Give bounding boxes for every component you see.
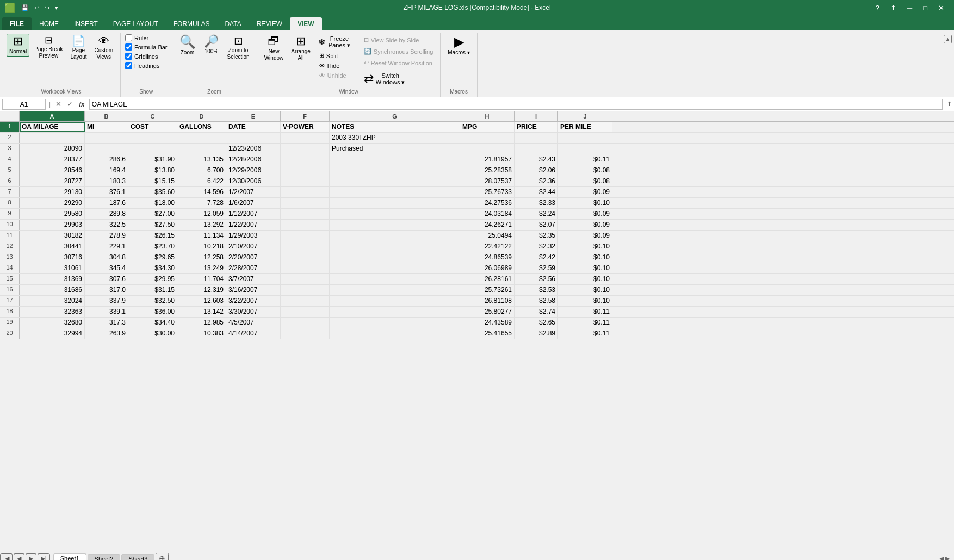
col-header-f[interactable]: F [281,111,330,121]
table-cell[interactable]: 13.249 [177,263,226,273]
page-layout-view-button[interactable]: 📄 PageLayout [68,34,90,62]
macros-button[interactable]: ▶ Macros ▾ [445,34,473,58]
table-cell[interactable]: 1/29/2003 [226,231,281,241]
table-cell[interactable]: 278.9 [85,231,128,241]
table-cell[interactable] [330,187,460,197]
table-cell[interactable]: $0.10 [558,241,612,252]
maximize-button[interactable]: □ [918,2,933,14]
table-cell[interactable]: 29130 [20,187,85,197]
table-cell[interactable]: 317.0 [85,285,128,295]
table-cell[interactable]: $0.11 [558,318,612,328]
row-number[interactable]: 9 [0,209,20,219]
table-cell[interactable]: $30.00 [128,328,177,339]
table-cell[interactable]: 31369 [20,274,85,284]
row-number[interactable]: 13 [0,252,20,263]
table-cell[interactable]: $0.09 [558,209,612,219]
table-cell[interactable]: 322.5 [85,220,128,230]
gridlines-checkbox[interactable]: Gridlines [125,52,168,60]
row-number[interactable]: 5 [0,165,20,176]
cancel-formula-button[interactable]: ✕ [54,100,63,108]
table-cell[interactable]: 12.319 [177,285,226,295]
col-header-d[interactable]: D [177,111,226,121]
table-cell[interactable]: 26.81108 [460,296,515,306]
table-cell[interactable]: 1/6/2007 [226,198,281,208]
normal-view-button[interactable]: ⊞ Normal [7,34,29,57]
table-cell[interactable]: $0.08 [558,176,612,186]
table-cell[interactable] [330,328,460,339]
unhide-button[interactable]: 👁 Unhide [317,71,358,80]
table-cell[interactable]: 24.86539 [460,252,515,263]
ruler-checkbox[interactable]: Ruler [125,34,168,42]
headings-input[interactable] [125,62,132,69]
table-cell[interactable]: 31686 [20,285,85,295]
table-cell[interactable]: $36.00 [128,307,177,317]
table-cell[interactable]: 25.0494 [460,231,515,241]
table-cell[interactable] [281,263,330,273]
table-cell[interactable]: 32680 [20,318,85,328]
table-cell[interactable]: COST [128,122,177,132]
redo-button[interactable]: ↪ [43,3,51,13]
zoom-100-button[interactable]: 🔎 100% [201,34,222,57]
col-header-i[interactable]: I [515,111,558,121]
table-cell[interactable] [281,307,330,317]
table-cell[interactable] [128,144,177,154]
row-number[interactable]: 7 [0,187,20,197]
col-header-j[interactable]: J [558,111,612,121]
table-cell[interactable]: $2.43 [515,154,558,165]
table-cell[interactable]: 12/30/2006 [226,176,281,186]
table-cell[interactable]: 32994 [20,328,85,339]
table-cell[interactable]: 12.059 [177,209,226,219]
table-cell[interactable]: 12.258 [177,252,226,263]
table-cell[interactable]: 24.03184 [460,209,515,219]
zoom-selection-button[interactable]: ⊡ Zoom toSelection [225,34,252,62]
table-cell[interactable]: MI [85,122,128,132]
table-cell[interactable] [281,328,330,339]
table-cell[interactable]: 376.1 [85,187,128,197]
table-cell[interactable]: $2.58 [515,296,558,306]
table-cell[interactable]: $27.50 [128,220,177,230]
table-cell[interactable]: OA MILAGE [20,122,85,132]
table-cell[interactable]: 12.603 [177,296,226,306]
table-cell[interactable] [330,307,460,317]
reset-window-position-button[interactable]: ↩ Reset Window Position [361,58,436,68]
table-cell[interactable]: $0.10 [558,296,612,306]
table-cell[interactable]: 3/30/2007 [226,307,281,317]
ribbon-collapse-button[interactable]: ▲ [944,35,952,43]
table-cell[interactable]: $2.59 [515,263,558,273]
table-cell[interactable]: 28727 [20,176,85,186]
switch-windows-button[interactable]: ⇄ SwitchWindows ▾ [361,69,436,88]
table-cell[interactable] [85,133,128,143]
table-cell[interactable]: $0.09 [558,187,612,197]
table-cell[interactable] [330,154,460,165]
table-cell[interactable]: $15.15 [128,176,177,186]
name-box[interactable] [2,99,46,110]
table-cell[interactable] [460,144,515,154]
table-cell[interactable]: 1/12/2007 [226,209,281,219]
table-cell[interactable] [330,263,460,273]
row-number[interactable]: 14 [0,263,20,273]
table-cell[interactable] [281,318,330,328]
table-cell[interactable]: GALLONS [177,122,226,132]
tab-review[interactable]: REVIEW [249,17,290,30]
table-cell[interactable]: 12/28/2006 [226,154,281,165]
row-number[interactable]: 8 [0,198,20,208]
table-cell[interactable]: 25.80277 [460,307,515,317]
table-cell[interactable]: 28377 [20,154,85,165]
formula-bar-checkbox[interactable]: Formula Bar [125,43,168,51]
row-number[interactable]: 20 [0,328,20,339]
col-header-h[interactable]: H [460,111,515,121]
row-number[interactable]: 10 [0,220,20,230]
table-cell[interactable]: 2/20/2007 [226,252,281,263]
table-cell[interactable]: NOTES [330,122,460,132]
table-cell[interactable]: $2.33 [515,198,558,208]
row-number[interactable]: 2 [0,133,20,143]
table-cell[interactable]: 11.704 [177,274,226,284]
row-number[interactable]: 3 [0,144,20,154]
table-cell[interactable]: MPG [460,122,515,132]
table-cell[interactable] [330,252,460,263]
table-cell[interactable]: $0.11 [558,154,612,165]
table-cell[interactable]: 28546 [20,165,85,176]
table-cell[interactable] [281,144,330,154]
prev-sheet-button[interactable]: ◀ [14,553,24,561]
table-cell[interactable]: $0.10 [558,198,612,208]
